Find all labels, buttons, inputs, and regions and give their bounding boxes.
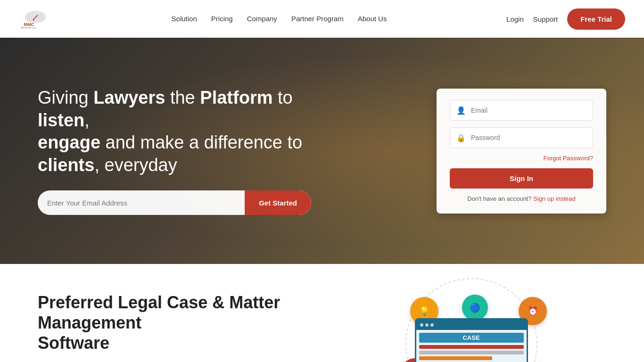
svg-text:MMC: MMC — [24, 22, 35, 27]
laptop-header — [416, 320, 527, 330]
header-right: Login Support Free Trial — [506, 8, 625, 30]
dot2 — [425, 323, 429, 327]
laptop-screen: CASE ▶ — [415, 318, 528, 362]
teal-badge: 🔵 — [462, 295, 488, 321]
logo-area: MMC Manage My Case — [19, 5, 52, 33]
hero-left: Giving Lawyers the Platform to listen, e… — [38, 87, 321, 215]
login-password-input[interactable] — [450, 127, 593, 148]
case-illustration: 💡 🔵 ⏰ 📄 💬 CASE ▶ — [382, 292, 561, 362]
support-link[interactable]: Support — [533, 15, 558, 23]
lock-icon: 🔒 — [456, 133, 466, 142]
laptop-content: CASE ▶ — [416, 330, 527, 362]
bottom-right: 💡 🔵 ⏰ 📄 💬 CASE ▶ — [336, 292, 606, 362]
screen-line-3 — [419, 356, 492, 360]
hero-section: Giving Lawyers the Platform to listen, e… — [0, 38, 644, 264]
hero-cta-form: Get Started — [38, 190, 311, 215]
nav-pricing[interactable]: Pricing — [211, 15, 233, 23]
logo-icon: MMC Manage My Case — [19, 5, 52, 33]
password-input-group: 🔒 — [450, 127, 593, 148]
case-label: CASE — [419, 333, 524, 343]
nav-solution[interactable]: Solution — [172, 15, 197, 23]
signup-link[interactable]: Sign up instead — [533, 195, 576, 202]
bottom-heading: Preferred Legal Case & Matter Management… — [38, 292, 308, 354]
bottom-section: Preferred Legal Case & Matter Management… — [0, 264, 644, 362]
login-email-input[interactable] — [450, 100, 593, 121]
nav-company[interactable]: Company — [247, 15, 277, 23]
sign-in-button[interactable]: Sign In — [450, 168, 593, 189]
dot1 — [420, 323, 423, 327]
bottom-left: Preferred Legal Case & Matter Management… — [38, 292, 308, 362]
dot3 — [430, 323, 434, 327]
hero-headline: Giving Lawyers the Platform to listen, e… — [38, 87, 321, 176]
forgot-password-link[interactable]: Forgot Password? — [450, 155, 593, 162]
signup-text: Don't have an account? Sign up instead — [450, 195, 593, 202]
login-link[interactable]: Login — [506, 15, 524, 23]
header: MMC Manage My Case Solution Pricing Comp… — [0, 0, 644, 38]
get-started-button[interactable]: Get Started — [245, 190, 311, 215]
screen-line-1 — [419, 345, 524, 349]
main-nav: Solution Pricing Company Partner Program… — [172, 15, 387, 23]
screen-line-2 — [419, 351, 524, 354]
login-card: 👤 🔒 Forgot Password? Sign In Don't have … — [437, 89, 606, 214]
free-trial-button[interactable]: Free Trial — [567, 8, 625, 30]
hero-content: Giving Lawyers the Platform to listen, e… — [0, 87, 644, 215]
nav-about-us[interactable]: About Us — [358, 15, 387, 23]
nav-partner-program[interactable]: Partner Program — [291, 15, 344, 23]
user-icon: 👤 — [456, 106, 466, 115]
svg-point-1 — [25, 15, 35, 22]
hero-email-input[interactable] — [38, 199, 245, 207]
svg-text:Manage My Case: Manage My Case — [21, 26, 37, 29]
email-input-group: 👤 — [450, 100, 593, 121]
